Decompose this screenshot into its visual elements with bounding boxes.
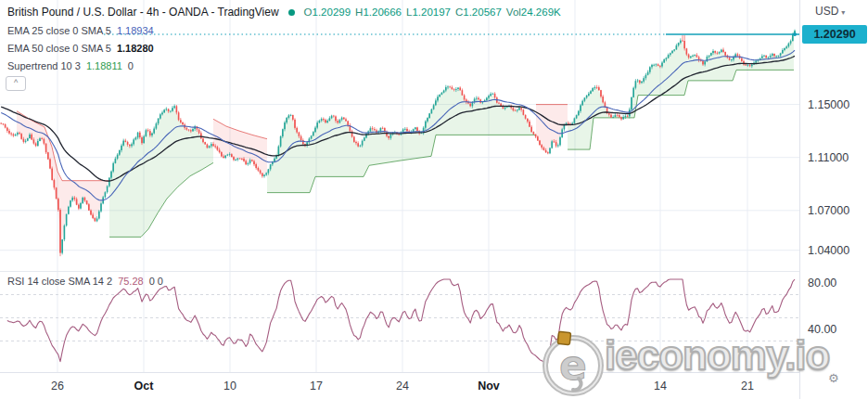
supertrend-legend-row[interactable]: Supertrend 10 31.188110 bbox=[7, 60, 134, 71]
legend-collapse-button[interactable]: ^ bbox=[6, 76, 26, 91]
rsi-label: RSI 14 close SMA 14 2 bbox=[7, 276, 112, 287]
rsi-value: 75.28 bbox=[118, 276, 144, 287]
rsi-extra: 0 0 bbox=[149, 276, 163, 287]
ema25-label: EMA 25 close 0 SMA 5 bbox=[7, 25, 111, 36]
price-axis-label: 1.04000 bbox=[808, 244, 849, 257]
ema50-legend-row[interactable]: EMA 50 close 0 SMA 51.18280 bbox=[7, 43, 154, 54]
market-status-dot[interactable] bbox=[288, 9, 295, 16]
pane-divider[interactable] bbox=[0, 271, 868, 272]
last-price-badge: 1.20290 bbox=[802, 25, 867, 44]
time-axis-label: 24 bbox=[396, 380, 409, 393]
symbol-title-row[interactable]: British Pound / U.S. Dollar - 4h - OANDA… bbox=[7, 6, 561, 19]
rsi-axis-label: 40.00 bbox=[808, 323, 836, 336]
ema25-legend-row[interactable]: EMA 25 close 0 SMA 51.18934 bbox=[7, 25, 154, 36]
price-axis-label: 1.15000 bbox=[808, 98, 849, 111]
time-axis-label: Oct bbox=[134, 380, 154, 393]
ema25-value: 1.18934 bbox=[117, 25, 154, 36]
chart-legend: British Pound / U.S. Dollar - 4h - OANDA… bbox=[7, 6, 561, 19]
supertrend-value: 1.18811 bbox=[86, 60, 122, 71]
time-axis-label: 14 bbox=[654, 380, 667, 393]
price-axis-label: 1.11000 bbox=[808, 151, 849, 164]
supertrend-label: Supertrend 10 3 bbox=[7, 60, 81, 71]
time-axis-label: Nov bbox=[478, 380, 500, 393]
currency-label[interactable]: USD▾ bbox=[815, 5, 845, 18]
close-value: 1.20567 bbox=[463, 6, 502, 18]
ema50-label: EMA 50 close 0 SMA 5 bbox=[7, 43, 111, 54]
time-axis-label: 10 bbox=[223, 380, 236, 393]
price-axis[interactable]: USD▾ 1.20290 1.150001.110001.070001.0400… bbox=[799, 0, 868, 399]
volume-value: 24.269K bbox=[521, 6, 561, 18]
time-axis-label: 26 bbox=[51, 380, 64, 393]
tradingview-chart-window: British Pound / U.S. Dollar - 4h - OANDA… bbox=[0, 0, 868, 399]
rsi-legend-row[interactable]: RSI 14 close SMA 14 275.280 0 bbox=[7, 276, 163, 287]
rsi-axis-label: 80.00 bbox=[808, 277, 836, 290]
open-value: 1.20299 bbox=[313, 6, 351, 18]
ohlc-values: O1.20299 H1.20666 L1.20197 C1.20567 Vol2… bbox=[304, 6, 561, 18]
time-axis-label: 17 bbox=[310, 380, 323, 393]
high-value: 1.20666 bbox=[363, 6, 402, 18]
supertrend-extra: 0 bbox=[128, 60, 134, 71]
symbol-title: British Pound / U.S. Dollar - 4h - OANDA… bbox=[7, 6, 279, 19]
ema50-value: 1.18280 bbox=[117, 43, 154, 54]
chevron-down-icon: ▾ bbox=[841, 8, 845, 17]
price-axis-label: 1.07000 bbox=[808, 204, 849, 217]
time-axis-label: 21 bbox=[741, 380, 754, 393]
low-value: 1.20197 bbox=[412, 6, 451, 18]
time-axis[interactable]: 26Oct101724Nov1421 bbox=[0, 372, 868, 399]
